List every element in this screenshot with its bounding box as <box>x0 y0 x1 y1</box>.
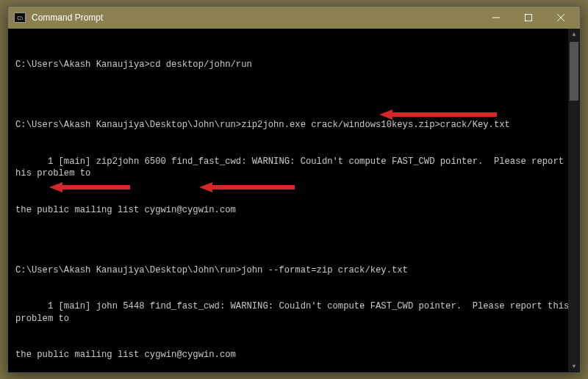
close-button[interactable] <box>545 7 577 29</box>
scrollbar-thumb[interactable] <box>570 42 578 101</box>
arrow-annotation-icon <box>49 181 130 194</box>
maximize-button[interactable] <box>512 7 545 29</box>
minimize-button[interactable] <box>480 7 512 29</box>
terminal-line: 1 [main] zip2john 6500 find_fast_cwd: WA… <box>15 156 577 180</box>
terminal-line: C:\Users\Akash Kanaujiya>cd desktop/john… <box>15 59 577 71</box>
svg-marker-5 <box>379 109 392 120</box>
svg-rect-1 <box>526 15 532 21</box>
scroll-down-icon[interactable]: ▼ <box>568 361 580 372</box>
titlebar[interactable]: C:\ Command Prompt <box>8 7 580 29</box>
terminal-line: the public mailing list cygwin@cygwin.co… <box>15 204 577 216</box>
svg-marker-7 <box>49 182 62 192</box>
arrow-annotation-icon <box>199 181 295 194</box>
terminal-viewport[interactable]: C:\Users\Akash Kanaujiya>cd desktop/john… <box>8 29 580 372</box>
terminal-line: the public mailing list cygwin@cygwin.co… <box>15 349 577 361</box>
terminal-line: C:\Users\Akash Kanaujiya\Desktop\John\ru… <box>15 119 577 131</box>
scroll-up-icon[interactable]: ▲ <box>568 29 580 40</box>
terminal-line: C:\Users\Akash Kanaujiya\Desktop\John\ru… <box>15 264 577 276</box>
scrollbar[interactable]: ▲ ▼ <box>568 29 580 372</box>
window-title: Command Prompt <box>32 12 480 23</box>
command-prompt-window: C:\ Command Prompt C:\Users\Akash Kanauj… <box>7 6 581 373</box>
terminal-line: 1 [main] john 5448 find_fast_cwd: WARNIN… <box>15 300 577 325</box>
app-icon: C:\ <box>14 12 26 23</box>
svg-marker-9 <box>199 182 212 192</box>
